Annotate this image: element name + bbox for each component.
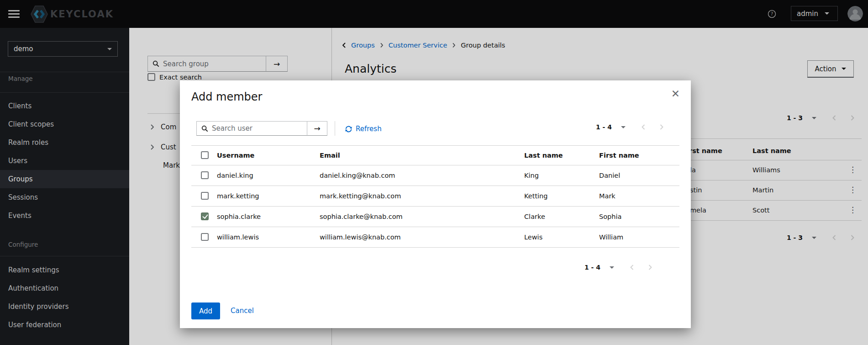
chevron-right-icon[interactable] (659, 124, 664, 130)
keycloak-admin-console: KEYCLOAK ? admin demo Manage Clients Cli… (0, 0, 868, 345)
refresh-icon (345, 126, 352, 133)
first-name-cell: Daniel (599, 172, 620, 179)
chevron-left-icon[interactable] (630, 264, 634, 271)
last-name-cell: Ketting (524, 192, 548, 200)
add-member-modal: Add member ✕ → Refresh 1 - 4 (180, 80, 691, 328)
last-name-cell: Lewis (524, 234, 542, 241)
refresh-button[interactable]: Refresh (345, 125, 382, 133)
caret-down-icon[interactable] (610, 266, 614, 269)
row-checkbox[interactable] (201, 212, 209, 220)
chevron-left-icon[interactable] (641, 124, 646, 130)
user-search-submit-button[interactable]: → (307, 121, 327, 136)
add-button[interactable]: Add (191, 303, 220, 319)
username-header: Username (217, 152, 254, 159)
username-cell: mark.ketting (217, 192, 259, 200)
username-cell: daniel.king (217, 172, 253, 179)
username-cell: sophia.clarke (217, 213, 261, 220)
email-header: Email (320, 152, 340, 159)
modal-title: Add member (191, 90, 262, 103)
cancel-button[interactable]: Cancel (231, 307, 254, 315)
user-row: daniel.king daniel.king@knab.com King Da… (191, 165, 679, 186)
modal-pagination-top: 1 - 4 (596, 123, 664, 131)
row-checkbox[interactable] (201, 192, 209, 200)
select-all-checkbox[interactable] (201, 151, 209, 159)
username-cell: william.lewis (217, 234, 259, 241)
refresh-label: Refresh (356, 125, 382, 133)
search-icon (201, 125, 208, 132)
pagination-range[interactable]: 1 - 4 (596, 123, 612, 131)
email-cell: sophia.clarke@knab.com (320, 213, 403, 220)
arrow-right-icon: → (314, 124, 320, 133)
user-table-header: Username Email Last name First name (191, 145, 679, 165)
user-search-input[interactable] (212, 124, 302, 133)
first-name-cell: Mark (599, 192, 615, 200)
close-icon[interactable]: ✕ (671, 89, 680, 99)
row-checkbox[interactable] (201, 233, 209, 241)
divider (335, 121, 335, 136)
user-row: william.lewis william.lewis@knab.com Lew… (191, 227, 679, 248)
user-search: → (196, 121, 327, 137)
email-cell: william.lewis@knab.com (320, 234, 401, 241)
first-name-cell: William (599, 234, 623, 241)
last-name-cell: Clarke (524, 213, 545, 220)
modal-pagination-bottom: 1 - 4 (584, 264, 652, 271)
first-name-header: First name (599, 152, 639, 159)
caret-down-icon[interactable] (621, 126, 626, 128)
user-row: mark.ketting mark.ketting@knab.com Ketti… (191, 186, 679, 207)
last-name-header: Last name (524, 152, 563, 159)
last-name-cell: King (524, 172, 539, 179)
pagination-range[interactable]: 1 - 4 (584, 264, 600, 271)
first-name-cell: Sophia (599, 213, 621, 220)
row-checkbox[interactable] (201, 171, 209, 179)
chevron-right-icon[interactable] (648, 264, 652, 271)
email-cell: mark.ketting@knab.com (320, 192, 401, 200)
email-cell: daniel.king@knab.com (320, 172, 395, 179)
user-row: sophia.clarke sophia.clarke@knab.com Cla… (191, 207, 679, 227)
